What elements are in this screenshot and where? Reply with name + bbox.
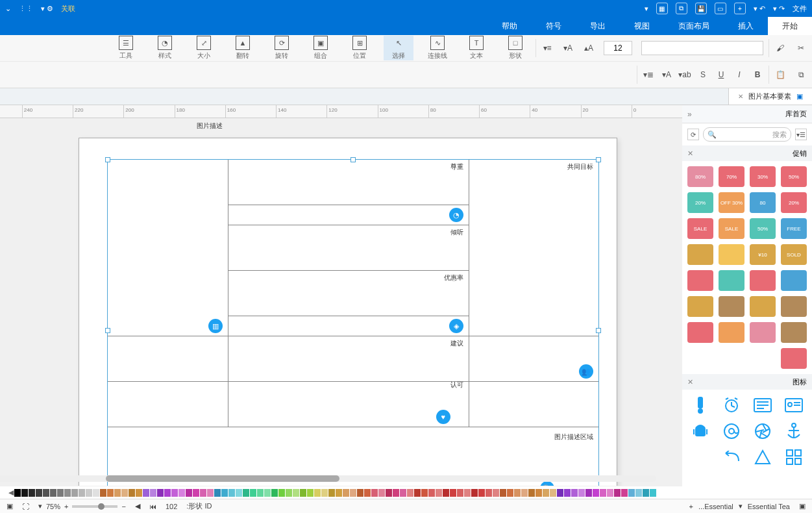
color-swatch[interactable] (93, 489, 99, 497)
color-swatch[interactable] (386, 489, 392, 497)
color-swatch[interactable] (464, 489, 471, 497)
color-swatch[interactable] (107, 489, 114, 497)
textcolor-icon[interactable]: ab▾ (679, 69, 691, 81)
color-swatch[interactable] (328, 489, 335, 497)
contact-card-icon[interactable] (781, 395, 807, 416)
chevron-down-icon[interactable]: ⌄ (5, 5, 11, 13)
promo-shape[interactable] (781, 322, 807, 343)
promo-shape[interactable] (719, 322, 744, 343)
color-swatch[interactable] (635, 489, 642, 497)
color-swatch[interactable] (57, 489, 64, 497)
tab-layout[interactable]: 页面布局 (664, 17, 724, 35)
ribbon-连接线-button[interactable]: ∿连接线 (423, 36, 452, 60)
fit-icon[interactable]: ▣ (6, 502, 13, 510)
page-tab[interactable]: Essential... (698, 503, 733, 510)
promo-shape[interactable]: 80% (687, 166, 713, 187)
color-swatch[interactable] (307, 489, 314, 497)
color-swatch[interactable] (129, 489, 135, 497)
color-swatch[interactable] (486, 489, 492, 497)
at-icon[interactable] (719, 421, 744, 442)
ribbon-文本-button[interactable]: T文本 (461, 36, 491, 60)
color-swatch[interactable] (571, 489, 578, 497)
tab-symbol[interactable]: 符号 (532, 17, 576, 35)
color-swatch[interactable] (614, 489, 621, 497)
win-max-icon[interactable]: ▭ (715, 3, 726, 14)
promo-shape[interactable]: 20% (687, 192, 713, 213)
ribbon-位置-button[interactable]: ⊞位置 (345, 36, 375, 60)
color-swatch[interactable] (414, 489, 421, 497)
tab-help[interactable]: 帮助 (487, 17, 532, 35)
promo-shape[interactable] (750, 270, 776, 291)
panel2-close-icon[interactable]: ✕ (687, 378, 693, 386)
zoom-in-icon[interactable]: + (64, 503, 68, 510)
color-swatch[interactable] (564, 489, 571, 497)
color-swatch[interactable] (621, 489, 628, 497)
color-swatch[interactable] (143, 489, 149, 497)
copy-icon[interactable]: ⧉ (795, 69, 807, 81)
color-swatch[interactable] (136, 489, 142, 497)
color-swatch[interactable] (79, 489, 85, 497)
color-swatch[interactable] (228, 489, 235, 497)
color-swatch[interactable] (471, 489, 478, 497)
win-new-icon[interactable]: + (734, 3, 746, 14)
font-dec-icon[interactable]: A▾ (562, 42, 574, 54)
add-page-button[interactable]: + (689, 503, 693, 510)
promo-shape[interactable]: SOLD (781, 244, 807, 265)
ribbon-旋转-button[interactable]: ⟳旋转 (267, 36, 297, 60)
highlight-icon[interactable]: A▾ (661, 69, 672, 81)
promo-shape[interactable]: 20% (781, 192, 807, 213)
color-swatch[interactable] (257, 489, 264, 497)
tab-view[interactable]: 视图 (620, 17, 664, 35)
color-swatch[interactable] (200, 489, 206, 497)
search-input[interactable]: 搜索 🔍 (703, 127, 791, 142)
bold-icon[interactable]: B (752, 69, 763, 81)
strike-icon[interactable]: S (697, 69, 709, 81)
promo-shape[interactable]: 30% OFF (719, 192, 744, 213)
promo-shape[interactable] (719, 296, 744, 317)
promo-shape[interactable] (719, 244, 744, 265)
promo-shape[interactable] (750, 296, 776, 317)
color-swatch[interactable] (36, 489, 42, 497)
promo-shape[interactable]: 70% (719, 166, 744, 187)
redo-icon[interactable]: ↷ ▾ (773, 5, 785, 13)
color-swatch[interactable] (378, 489, 385, 497)
page-tab[interactable]: Essential Tea (748, 503, 790, 510)
color-swatch[interactable] (43, 489, 49, 497)
color-swatch[interactable] (164, 489, 171, 497)
promo-shape[interactable]: SALE (687, 218, 713, 239)
nav-first-icon[interactable]: ⏮ (149, 503, 156, 510)
color-swatch[interactable] (64, 489, 71, 497)
color-swatch[interactable] (314, 489, 321, 497)
grid-icon[interactable] (781, 447, 807, 468)
color-swatch[interactable] (21, 489, 28, 497)
color-swatch[interactable] (557, 489, 563, 497)
color-swatch[interactable] (286, 489, 292, 497)
alarm-clock-icon[interactable] (719, 395, 744, 416)
win-save-icon[interactable]: 💾 (695, 3, 707, 14)
color-swatch[interactable] (500, 489, 506, 497)
promo-shape[interactable]: ¥10 (750, 244, 776, 265)
color-swatch[interactable] (393, 489, 399, 497)
extra-menu[interactable]: 关联 (61, 4, 75, 14)
color-swatch-bar[interactable]: ◀ (0, 486, 682, 499)
filter-icon[interactable]: ☰▾ (795, 129, 807, 140)
color-swatch[interactable] (14, 489, 21, 497)
color-swatch[interactable] (343, 489, 349, 497)
color-swatch[interactable] (578, 489, 585, 497)
swatch-more-icon[interactable]: ◀ (8, 488, 14, 497)
color-swatch[interactable] (600, 489, 606, 497)
ribbon-翻转-button[interactable]: ▲翻转 (228, 36, 258, 60)
color-swatch[interactable] (221, 489, 228, 497)
anchor-icon[interactable] (781, 421, 807, 442)
win-copy-icon[interactable]: ⧉ (676, 3, 687, 14)
color-swatch[interactable] (436, 489, 442, 497)
color-swatch[interactable] (207, 489, 214, 497)
refresh-icon[interactable]: ⟳ (687, 129, 699, 140)
color-swatch[interactable] (428, 489, 435, 497)
color-swatch[interactable] (321, 489, 328, 497)
spacing-icon[interactable]: ≡▾ (541, 42, 553, 54)
color-swatch[interactable] (29, 489, 35, 497)
color-swatch[interactable] (50, 489, 56, 497)
color-swatch[interactable] (178, 489, 185, 497)
ribbon-样式-button[interactable]: ◔样式 (150, 36, 180, 60)
